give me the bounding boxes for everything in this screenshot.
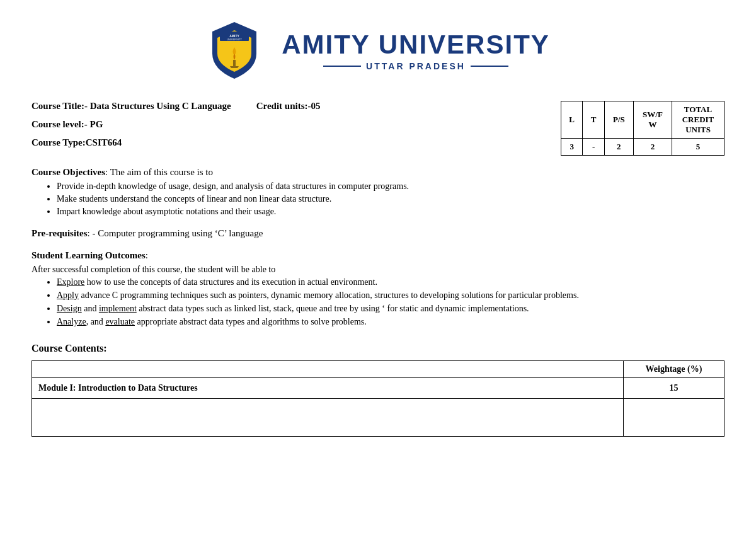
decorative-line-right <box>471 66 508 67</box>
objective-item-1: Provide in-depth knowledge of usage, des… <box>57 181 724 192</box>
module-1-content <box>32 399 624 437</box>
col-header-total: TOTALCREDITUNITS <box>672 101 724 139</box>
course-type: Course Type:CSIT664 <box>32 137 548 148</box>
cell-swfw: 2 <box>633 139 672 156</box>
objectives-heading-bold: Course Objectives <box>32 167 105 177</box>
slo-text-2: advance C programming techniques such as… <box>79 291 579 300</box>
slo-item-3: Design and implement abstract data types… <box>57 304 724 314</box>
col-header-ps: P/S <box>604 101 633 139</box>
course-level-label: Course level:- <box>32 119 89 129</box>
credits-table: L T P/S SW/FW TOTALCREDITUNITS 3 - 2 2 5 <box>561 101 724 156</box>
course-details-block: Course Title:- Data Structures Using C L… <box>32 101 548 156</box>
course-type-label: Course Type: <box>32 137 86 147</box>
university-logo: AMITY UNIVERSITY <box>206 19 263 82</box>
cell-l: 3 <box>561 139 583 156</box>
slo-item-2: Apply advance C programming techniques s… <box>57 291 724 301</box>
slo-underline-4b: evaluate <box>105 317 135 326</box>
cell-total: 5 <box>672 139 724 156</box>
cell-ps: 2 <box>604 139 633 156</box>
slo-intro: After successful completion of this cour… <box>32 265 724 275</box>
course-contents-heading: Course Contents: <box>32 343 724 354</box>
course-title-line: Course Title:- Data Structures Using C L… <box>32 101 548 112</box>
course-type-value: CSIT664 <box>86 137 122 147</box>
slo-underline-1: Explore <box>57 277 84 287</box>
module-1-title: Module I: Introduction to Data Structure… <box>32 378 624 399</box>
prerequisites-text: : - Computer programming using ‘C’ langu… <box>88 228 263 238</box>
slo-item-1: Explore how to use the concepts of data … <box>57 277 724 287</box>
objectives-list: Provide in-depth knowledge of usage, des… <box>32 181 724 217</box>
prerequisites-label: Pre-requisites <box>32 228 88 238</box>
objective-item-3: Impart knowledge about asymptotic notati… <box>57 207 724 217</box>
slo-heading: Student Learning Outcomes: <box>32 250 724 261</box>
course-level-value: PG <box>89 119 103 129</box>
col-header-l: L <box>561 101 583 139</box>
contents-col-weightage: Weightage (%) <box>624 361 724 378</box>
course-contents-table: Weightage (%) Module I: Introduction to … <box>32 360 724 437</box>
module-1-content-weight <box>624 399 724 437</box>
module-row-1: Module I: Introduction to Data Structure… <box>32 378 724 399</box>
module-1-weightage: 15 <box>624 378 724 399</box>
course-info-section: Course Title:- Data Structures Using C L… <box>32 101 724 156</box>
course-level: Course level:- PG <box>32 119 548 130</box>
decorative-line-left <box>323 66 361 67</box>
course-title: Course Title:- Data Structures Using C L… <box>32 101 231 112</box>
slo-label: Student Learning Outcomes <box>32 250 146 260</box>
university-subtitle: UTTAR PRADESH <box>366 61 466 71</box>
page-header: AMITY UNIVERSITY AMITY UNIVERSITY UTTAR … <box>32 19 724 82</box>
module-row-1-content <box>32 399 724 437</box>
credit-units: Credit units:-05 <box>256 101 321 112</box>
prerequisites-heading: Pre-requisites: - Computer programming u… <box>32 228 724 239</box>
slo-underline-3a: Design <box>57 304 82 313</box>
course-title-label: Course Title:- <box>32 101 90 111</box>
slo-list: Explore how to use the concepts of data … <box>32 277 724 327</box>
slo-text-1: how to use the concepts of data structur… <box>84 277 377 287</box>
slo-text-4a: , and <box>86 317 106 326</box>
col-header-t: T <box>583 101 604 139</box>
university-name: AMITY UNIVERSITY <box>282 30 550 60</box>
contents-col-module <box>32 361 624 378</box>
slo-item-4: Analyze, and evaluate appropriate abstra… <box>57 317 724 327</box>
slo-text-4b: appropriate abstract data types and algo… <box>135 317 367 326</box>
svg-text:UNIVERSITY: UNIVERSITY <box>227 38 242 41</box>
university-sub: UTTAR PRADESH <box>282 61 550 71</box>
credits-table-block: L T P/S SW/FW TOTALCREDITUNITS 3 - 2 2 5 <box>548 101 724 156</box>
svg-rect-4 <box>233 60 236 66</box>
slo-colon: : <box>146 250 148 260</box>
objectives-heading: Course Objectives: The aim of this cours… <box>32 167 724 178</box>
slo-text-3a: and <box>82 304 99 313</box>
objectives-heading-normal: : The aim of this course is to <box>105 167 213 177</box>
slo-underline-2: Apply <box>57 291 79 300</box>
slo-underline-4a: Analyze <box>57 317 86 326</box>
cell-t: - <box>583 139 604 156</box>
slo-text-3b: abstract data types such as linked list,… <box>137 304 529 313</box>
contents-table-header-row: Weightage (%) <box>32 361 724 378</box>
university-name-block: AMITY UNIVERSITY UTTAR PRADESH <box>282 30 550 71</box>
credits-table-row: 3 - 2 2 5 <box>561 139 724 156</box>
objective-item-2: Make students understand the concepts of… <box>57 194 724 204</box>
slo-underline-3b: implement <box>99 304 137 313</box>
col-header-swfw: SW/FW <box>633 101 672 139</box>
course-title-value: Data Structures Using C Language <box>90 101 231 111</box>
